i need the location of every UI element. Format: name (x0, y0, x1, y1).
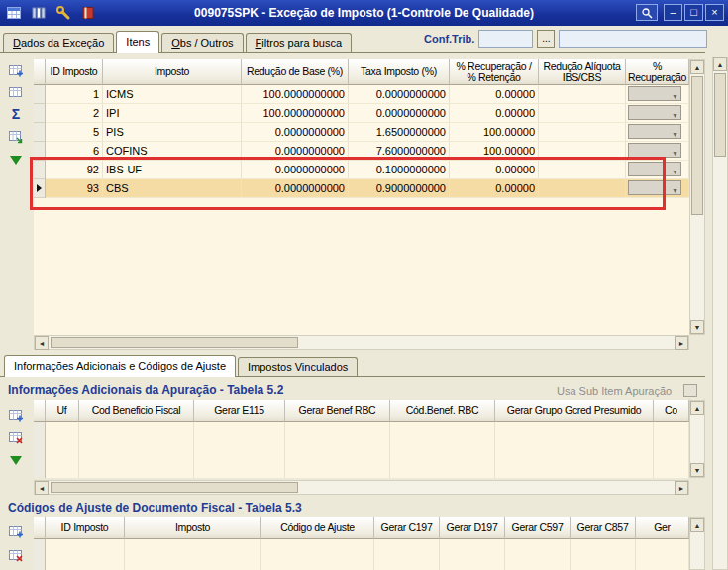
search-icon[interactable] (636, 4, 658, 21)
cell-reducao-base[interactable]: 0.0000000000 (242, 123, 349, 142)
post-down-icon[interactable] (7, 451, 25, 469)
cell-reducao-base[interactable]: 100.0000000000 (242, 85, 349, 104)
col-header-imposto[interactable]: Imposto (103, 59, 242, 85)
apuracao-vertical-scrollbar[interactable] (689, 400, 705, 478)
window-vertical-scrollbar[interactable] (712, 57, 728, 570)
recuperacao-dropdown[interactable] (628, 180, 681, 195)
table-row[interactable]: 1 ICMS 100.0000000000 0.0000000000 0.000… (34, 85, 689, 104)
sum-icon[interactable] (7, 105, 25, 123)
table-row[interactable]: 6 COFINS 0.0000000000 7.6000000000 100.0… (34, 142, 689, 161)
cell-id[interactable]: 2 (46, 104, 103, 123)
tab-obs-outros[interactable]: Obs / Outros (161, 33, 243, 52)
recuperacao-dropdown[interactable] (628, 86, 681, 101)
cell-recuperacao[interactable]: 0.00000 (450, 161, 539, 179)
table-row-selected[interactable]: 93 CBS 0.0000000000 0.9000000000 0.00000 (34, 179, 689, 198)
col-header-recuperacao[interactable]: % Recuperação (626, 59, 689, 85)
add-row-icon[interactable] (7, 61, 25, 79)
table-row[interactable]: 92 IBS-UF 0.0000000000 0.1000000000 0.00… (34, 161, 689, 179)
scroll-thumb[interactable] (51, 337, 298, 348)
copy-row-icon[interactable] (7, 83, 25, 101)
cell-taxa[interactable]: 0.1000000000 (349, 161, 450, 179)
grid-horizontal-scrollbar[interactable] (34, 335, 689, 350)
cell-recuperacao[interactable]: 100.00000 (450, 142, 539, 161)
cell-reducao-base[interactable]: 0.0000000000 (242, 179, 349, 198)
col-header-ger[interactable]: Ger (636, 517, 689, 539)
recuperacao-dropdown[interactable] (628, 124, 681, 139)
cell-taxa[interactable]: 0.0000000000 (349, 85, 450, 104)
col-header-gerar-d197[interactable]: Gerar D197 (440, 517, 505, 539)
cell-id[interactable]: 93 (46, 179, 103, 198)
cell-reducao-aliquota[interactable] (539, 104, 626, 123)
col-header-codigo-ajuste[interactable]: Código de Ajuste (261, 517, 374, 539)
cell-reducao-aliquota[interactable] (539, 161, 626, 179)
cell-imposto[interactable]: IPI (103, 104, 242, 123)
conf-trib-code-input[interactable] (478, 30, 533, 48)
cell-taxa[interactable]: 0.9000000000 (349, 179, 450, 198)
cell-reducao-aliquota[interactable] (539, 85, 626, 104)
col-header-reducao-aliquota-ibs-cbs[interactable]: Redução Alíquota IBS/CBS (539, 59, 626, 85)
scroll-thumb[interactable] (691, 76, 703, 215)
cell-recuperacao[interactable]: 0.00000 (450, 85, 539, 104)
maximize-button[interactable]: □ (684, 4, 703, 21)
scroll-up-icon[interactable] (690, 60, 704, 74)
cell-recuperacao[interactable]: 0.00000 (450, 104, 539, 123)
cell-taxa[interactable]: 7.6000000000 (349, 142, 450, 161)
tab-impostos-vinculados[interactable]: Impostos Vinculados (238, 357, 358, 376)
col-header-uf[interactable]: Uf (46, 400, 79, 422)
ajuste-vertical-scrollbar[interactable] (689, 517, 705, 570)
columns-toolbar-icon[interactable] (30, 4, 48, 22)
scroll-left-icon[interactable] (35, 481, 49, 495)
scroll-thumb[interactable] (51, 482, 298, 493)
scroll-left-icon[interactable] (35, 336, 49, 350)
grid-toolbar-icon[interactable] (5, 4, 23, 22)
col-header-gerar-c197[interactable]: Gerar C197 (374, 517, 440, 539)
usa-sub-item-field[interactable] (683, 384, 697, 397)
cell-id[interactable]: 1 (46, 85, 103, 104)
cell-imposto[interactable]: CBS (103, 179, 242, 198)
col-header-reducao-base[interactable]: Redução de Base (%) (242, 59, 349, 85)
delete-row-icon[interactable] (7, 428, 25, 446)
cell-id[interactable]: 92 (46, 161, 103, 179)
col-header-cod-beneficio[interactable]: Cod Beneficio Fiscal (79, 400, 194, 422)
recuperacao-dropdown[interactable] (628, 105, 681, 120)
scroll-right-icon[interactable] (675, 336, 688, 350)
cell-id[interactable]: 5 (46, 123, 103, 142)
tab-filtros-para-busca[interactable]: Filtros para busca (246, 33, 352, 52)
cell-imposto[interactable]: ICMS (103, 85, 242, 104)
col-header-id-imposto[interactable]: ID Imposto (46, 59, 103, 85)
cell-recuperacao[interactable]: 0.00000 (450, 179, 539, 198)
col-header-id-imposto[interactable]: ID Imposto (46, 517, 125, 539)
tab-informacoes-adicionais[interactable]: Informações Adicionais e Códigos de Ajus… (4, 355, 236, 377)
post-down-icon[interactable] (7, 151, 25, 169)
cell-reducao-aliquota[interactable] (539, 123, 626, 142)
scroll-thumb[interactable] (714, 73, 726, 157)
cell-reducao-base[interactable]: 0.0000000000 (242, 161, 349, 179)
scroll-up-icon[interactable] (690, 401, 704, 415)
col-header-cod-benef-rbc[interactable]: Cód.Benef. RBC (390, 400, 495, 422)
scroll-up-icon[interactable] (690, 518, 704, 532)
scroll-up-icon[interactable] (713, 57, 727, 71)
recuperacao-dropdown[interactable] (628, 143, 681, 158)
col-header-recuperacao-retencao[interactable]: % Recuperação / % Retenção (450, 59, 539, 85)
col-header-gerar-benef-rbc[interactable]: Gerar Benef RBC (285, 400, 390, 422)
apuracao-horizontal-scrollbar[interactable] (34, 480, 689, 495)
close-button[interactable]: × (705, 4, 724, 21)
add-row-icon[interactable] (7, 522, 25, 540)
export-grid-icon[interactable] (7, 128, 25, 146)
cell-reducao-base[interactable]: 0.0000000000 (242, 142, 349, 161)
scroll-down-icon[interactable] (690, 463, 704, 477)
cell-imposto[interactable]: IBS-UF (103, 161, 242, 179)
col-header-gerar-c857[interactable]: Gerar C857 (571, 517, 636, 539)
col-header-gerar-grupo-gcred[interactable]: Gerar Grupo Gcred Presumido (495, 400, 654, 422)
grid-vertical-scrollbar[interactable] (689, 59, 705, 335)
tab-itens[interactable]: Itens (116, 31, 159, 53)
cell-reducao-aliquota[interactable] (539, 179, 626, 198)
scroll-down-icon[interactable] (690, 320, 704, 334)
col-header-gerar-e115[interactable]: Gerar E115 (194, 400, 285, 422)
col-header-imposto[interactable]: Imposto (125, 517, 261, 539)
col-header-taxa-imposto[interactable]: Taxa Imposto (%) (349, 59, 450, 85)
cell-reducao-base[interactable]: 100.0000000000 (242, 104, 349, 123)
cell-imposto[interactable]: PIS (103, 123, 242, 142)
table-row[interactable]: 5 PIS 0.0000000000 1.6500000000 100.0000… (34, 123, 689, 142)
cell-imposto[interactable]: COFINS (103, 142, 242, 161)
